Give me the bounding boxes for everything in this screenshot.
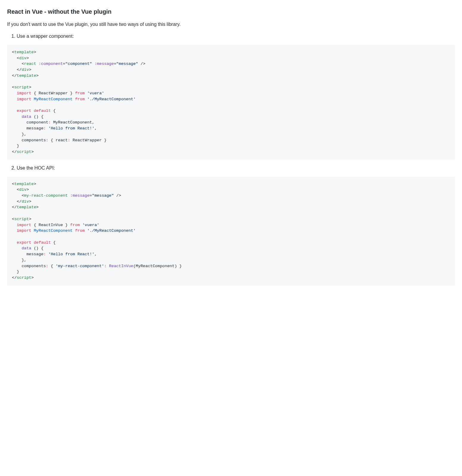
code-block-hoc-api[interactable]: <template> <div> <my-react-component :me… <box>7 176 455 286</box>
intro-paragraph: If you don't want to use the Vue plugin,… <box>7 21 455 28</box>
code-block-wrapper-component[interactable]: <template> <div> <react :component="comp… <box>7 45 455 160</box>
section-heading: React in Vue - without the Vue plugin <box>7 7 455 16</box>
usage-list: Use the HOC API: <box>7 165 455 172</box>
list-item: Use the HOC API: <box>17 165 455 172</box>
list-item: Use a wrapper component: <box>17 33 455 40</box>
usage-list: Use a wrapper component: <box>7 33 455 40</box>
